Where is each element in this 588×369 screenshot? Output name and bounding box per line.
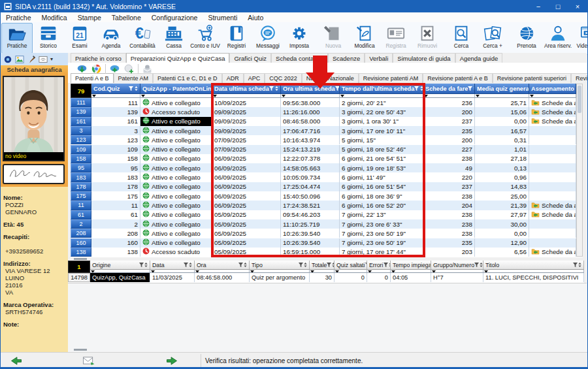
- cell-data-ultima[interactable]: 09/09/2025: [212, 117, 281, 126]
- filter-sort-icons[interactable]: [384, 262, 391, 268]
- subtab-cqc-2022[interactable]: CQC 2022: [265, 73, 302, 83]
- cell-schede-da-fare[interactable]: 49: [423, 163, 475, 172]
- subtab-patenti-c1-e-c-d1-e-d[interactable]: Patenti C1 e C, D1 e D: [153, 73, 222, 83]
- cell-ora-ultima[interactable]: 11:10:25.719: [281, 219, 340, 229]
- cell-ora-ultima[interactable]: 16:59:15.000: [281, 248, 340, 257]
- cell-data-ultima[interactable]: 06/09/2025: [212, 154, 281, 163]
- cell-quiz-saltati[interactable]: 0: [335, 273, 367, 282]
- cassa-button[interactable]: Cassa: [158, 23, 189, 54]
- cell-tempo[interactable]: 2 giorni, 20' 21": [340, 98, 423, 107]
- esami-button[interactable]: 21Esami: [64, 23, 95, 54]
- cell-stato[interactable]: Attivo e collegato: [140, 219, 212, 229]
- cell-cod-quiz[interactable]: 139: [91, 107, 140, 116]
- filter-sort-icons[interactable]: [129, 86, 139, 91]
- cell-cod-quiz[interactable]: 109: [91, 145, 140, 154]
- cell-tempo[interactable]: 6 giorni, 21 ore 54' 51": [340, 154, 423, 163]
- cell-schede-da-fare[interactable]: 204: [423, 201, 475, 210]
- cell-data-ultima[interactable]: 05/09/2025: [212, 238, 281, 248]
- result-column-header-tipo[interactable]: Tipo: [250, 261, 310, 270]
- cell-totale[interactable]: 30: [310, 273, 335, 282]
- camera-icon[interactable]: [3, 55, 12, 64]
- cell-assegnamento[interactable]: Schede da ass: [529, 98, 576, 107]
- cell-data-ultima[interactable]: 06/09/2025: [212, 172, 281, 182]
- filter-sort-icons[interactable]: [573, 262, 582, 268]
- subtab-revisione-patenti-am[interactable]: Revisione patenti AM: [359, 73, 423, 83]
- cell-tempo[interactable]: 6 giorni, 19 ore 18' 53": [340, 163, 423, 172]
- cell-cod-quiz[interactable]: 160: [91, 238, 140, 248]
- nuova-button[interactable]: Nuova: [318, 23, 349, 54]
- cell-schede-da-fare[interactable]: 203: [423, 248, 475, 257]
- quizapp-download-icon[interactable]: [76, 63, 88, 74]
- cell-cod-quiz[interactable]: 138: [91, 248, 140, 257]
- cell-ora-ultima[interactable]: 12:22:07.378: [281, 154, 340, 163]
- row-index[interactable]: 2: [71, 219, 91, 229]
- row-index[interactable]: 3: [71, 126, 91, 135]
- cell-tempo[interactable]: 7 giorni, 23 ore 50' 19": [340, 238, 423, 248]
- row-index[interactable]: 183: [71, 172, 91, 182]
- row-index[interactable]: 160: [71, 238, 91, 248]
- cell-stato[interactable]: Attivo e collegato: [140, 163, 212, 172]
- cell-assegnamento[interactable]: Schede da ass: [529, 117, 576, 126]
- vertical-scrollbar[interactable]: [576, 84, 583, 257]
- cell-schede-da-fare[interactable]: 200: [423, 135, 475, 144]
- cell-ora-ultima[interactable]: 15:40:50.096: [281, 191, 340, 201]
- cell-media-quiz[interactable]: 0,13: [475, 163, 529, 172]
- cell-schede-da-fare[interactable]: 237: [423, 182, 475, 191]
- cell-data-ultima[interactable]: 07/09/2025: [212, 145, 281, 154]
- conto-e-iuv-button[interactable]: Conto e IUV: [189, 23, 221, 54]
- send-icon[interactable]: [142, 63, 153, 74]
- cell-assegnamento[interactable]: [529, 154, 576, 163]
- row-index[interactable]: 158: [71, 154, 91, 163]
- menu-pratiche[interactable]: Pratiche: [1, 14, 37, 22]
- filter-sort-icons[interactable]: [327, 262, 335, 268]
- filter-sort-icons[interactable]: [299, 262, 308, 268]
- cell-data-ultima[interactable]: 05/09/2025: [212, 248, 281, 257]
- videocorsi-button[interactable]: Videocorsi: [574, 23, 588, 54]
- cell-media-quiz[interactable]: 1,01: [475, 145, 529, 154]
- cell-ora-ultima[interactable]: 15:24:13.219: [281, 145, 340, 154]
- cell-origine[interactable]: QuizApp, QuizCasa: [90, 273, 150, 282]
- result-column-header-titolo[interactable]: Titolo: [483, 261, 584, 270]
- cell-data-ultima[interactable]: 06/09/2025: [212, 163, 281, 172]
- cell-tempo[interactable]: 3 giorni, 1 ora 30' 1": [340, 117, 423, 126]
- cell-schede-da-fare[interactable]: 220: [423, 172, 475, 182]
- cell-schede-da-fare[interactable]: 236: [423, 98, 475, 107]
- result-column-header-errori[interactable]: Errori: [367, 261, 391, 270]
- cell-tempo[interactable]: 6 giorni, 16 ore 52' 20": [340, 201, 423, 210]
- cell-tempo[interactable]: 6 giorni, 11' 49": [340, 172, 423, 182]
- cell-stato[interactable]: Attivo e collegato: [140, 191, 212, 201]
- cell-media-quiz[interactable]: 25,00: [475, 191, 529, 201]
- menu-stampe[interactable]: Stampe: [73, 14, 106, 22]
- cell-tempo[interactable]: 5 giorni, 18 ore 52' 46": [340, 145, 423, 154]
- cell-ora-ultima[interactable]: 10:26:39.540: [281, 229, 340, 238]
- cell-cod-quiz[interactable]: 158: [91, 154, 140, 163]
- scrollbar-thumb[interactable]: [578, 86, 581, 113]
- cell-media-quiz[interactable]: 12,90: [475, 238, 529, 248]
- cell-ora-ultima[interactable]: 14:58:05.663: [281, 163, 340, 172]
- subtab-revisione-cqc[interactable]: Revisione CQC: [571, 73, 588, 83]
- row-index[interactable]: 175: [71, 191, 91, 201]
- cell-schede-da-fare[interactable]: 237: [423, 117, 475, 126]
- quizcasa-add-icon[interactable]: [109, 63, 120, 74]
- tab-grafici-quiz[interactable]: Grafici Quiz: [229, 53, 271, 63]
- row-index[interactable]: 123: [71, 135, 91, 144]
- cell-ora-ultima[interactable]: 09:54:46.203: [281, 210, 340, 219]
- row-index[interactable]: 139: [71, 107, 91, 116]
- agenda-button[interactable]: Agenda: [95, 23, 127, 54]
- result-row-index[interactable]: 14798: [68, 273, 90, 282]
- row-index[interactable]: 208: [71, 229, 91, 238]
- dropdown-caret-icon[interactable]: ▾: [50, 56, 53, 62]
- cell-data-ultima[interactable]: 05/09/2025: [212, 210, 281, 219]
- cell-cod-quiz[interactable]: 61: [91, 210, 140, 219]
- menu-configurazione[interactable]: Configurazione: [146, 14, 203, 22]
- filter-sort-icons[interactable]: [335, 86, 340, 91]
- cell-schede-da-fare[interactable]: 235: [423, 238, 475, 248]
- cell-assegnamento[interactable]: Schede da ass: [529, 210, 576, 219]
- cell-media-quiz[interactable]: 6,56: [475, 248, 529, 257]
- filter-sort-icons[interactable]: [269, 86, 279, 91]
- tab-agenda-guide[interactable]: Agenda guide: [455, 53, 503, 63]
- row-index[interactable]: 61: [71, 210, 91, 219]
- cell-ora-ultima[interactable]: 17:24:38.521: [281, 201, 340, 210]
- cell-gruppo-numero[interactable]: H°7: [431, 273, 483, 282]
- row-index[interactable]: 109: [71, 145, 91, 154]
